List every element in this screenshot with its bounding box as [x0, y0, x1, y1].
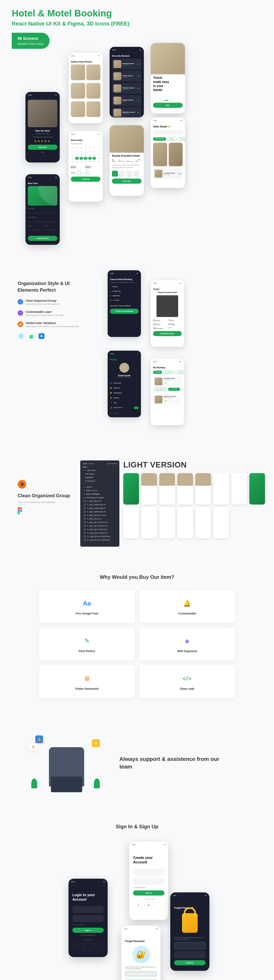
sign-title: Sign In & Sign Up: [17, 824, 257, 830]
phone-forgot-dark: 9:41••• Forgot Password Select which con…: [170, 892, 209, 971]
svg-point-9: [17, 512, 20, 514]
support-text: Always support & assistence from our tea…: [119, 755, 245, 770]
why-card-code: </> Clean code: [139, 665, 235, 698]
phone-hotel-detail: Royale President Hotel 🏨 Hotels🛏 Bedroom…: [109, 125, 144, 196]
phone-booking: 9:41••• My Booking Ongoing Completed Can…: [151, 358, 184, 425]
confirm-cancel-button[interactable]: Confirm Cancellation: [110, 309, 139, 314]
google-button[interactable]: G: [144, 902, 153, 908]
phone-login: 9:41••• Login to your Account ☐ Remember…: [68, 879, 108, 957]
bell-icon: 🔔: [182, 598, 193, 609]
gallery-title: Gallery Hotel Photos: [71, 60, 100, 63]
figma-icon: [17, 507, 22, 514]
svg-point-0: [21, 336, 22, 337]
facebook-button[interactable]: f: [134, 902, 143, 908]
why-card-flutter: 🖥 Flutter framework: [39, 665, 135, 698]
book-now-button[interactable]: Book Now: [112, 178, 141, 184]
phone-forgot-light: 9:41••• Forgot Password 🔐 Select which c…: [121, 926, 160, 980]
org-item-title: Clean Organized Group: [26, 299, 60, 302]
devices-icon: 🖥: [81, 673, 92, 684]
stack-icon: ◈: [182, 635, 193, 646]
phone-home: 9:41••• Hello, Daniel 👋 Recommended Popu…: [151, 118, 185, 188]
screens-badge: 96 Screens Beautiful & Clean Design: [12, 33, 49, 49]
signup-button[interactable]: Sign up: [133, 891, 165, 896]
download-ticket-button[interactable]: Download Ticket: [153, 331, 182, 336]
signin-button[interactable]: Sign in: [73, 928, 104, 933]
badge-title: 96 Screens: [17, 36, 44, 41]
phone-new-card: 9:41••• New Card Card Name Card Number E…: [25, 174, 60, 245]
qr-code: [157, 295, 178, 317]
svg-point-6: [20, 507, 22, 510]
phone-gallery: 9:41••• Gallery Hotel Photos: [68, 53, 103, 123]
android-icon: [28, 332, 35, 340]
phone-calendar: 9:41••• Select Date December 2024 MTWTFS…: [68, 131, 103, 202]
phones-showcase: 9:41••• Gallery Hotel Photos 9:41••• Rec…: [0, 53, 274, 268]
phone-create-account: 9:41••• Create your Account ☐ Remember m…: [129, 842, 168, 920]
why-title: Why Would you Buy Our Item?: [39, 574, 235, 580]
svg-point-7: [17, 510, 20, 512]
code-icon: </>: [182, 673, 193, 684]
next-button[interactable]: Next: [153, 103, 182, 108]
phone-rate: 9:41••• Rate the Hotel Royale President …: [25, 92, 60, 162]
globe-icon: ◉: [17, 321, 23, 327]
org-title: Organization Style & UI Elements Perfect: [17, 280, 84, 293]
phone-ticket: 9:41••• Ticket Royale President Hotel Na…: [151, 280, 184, 347]
add-card-button[interactable]: Add New Card: [28, 236, 57, 241]
main-title: Hotel & Motel Booking: [12, 8, 262, 19]
org-item-desc: Layer & component are well organized.: [26, 302, 60, 305]
phone-profile: 9:41● Profile Daniel Austin daniel_austi…: [108, 351, 141, 417]
svg-point-8: [20, 510, 22, 512]
phone-cancel: 9:41••• Cancel Hotel Booking Please sele…: [108, 270, 141, 337]
phone-recently-booked: 9:41••• Recently Booked President HotelP…: [109, 47, 144, 118]
why-card-font: Aa Free Google Font: [39, 590, 135, 623]
recently-title: Recently Booked: [112, 55, 141, 57]
svg-point-5: [17, 507, 20, 510]
main-subtitle: React Native UI Kit & Figma, 3D Icons (F…: [12, 21, 262, 27]
support-illustration: 🔒 ✉ ⚙: [29, 733, 104, 792]
why-card-organized: ◈ Well Organized: [139, 628, 235, 660]
why-card-pixel: ✎ Pixel Perfect: [39, 628, 135, 660]
figma-layers-panel: LayersAssetsLight Theme ▾ Pages ✓Light T…: [80, 460, 119, 547]
continue-dark-button[interactable]: Continue: [174, 960, 206, 965]
font-icon: Aa: [81, 598, 92, 609]
why-card-customizable: 🔔 Customizable: [139, 590, 235, 623]
apple-button[interactable]: [155, 902, 163, 908]
layers-icon: ⬚: [17, 310, 23, 316]
appstore-icon: [38, 332, 45, 340]
pen-icon: ✎: [81, 635, 92, 646]
light-title: Clean Organized Group: [17, 493, 73, 499]
lock-icon: [182, 913, 198, 933]
light-desc: Layer & Component are well Organized: [17, 501, 73, 504]
react-icon: [17, 332, 25, 340]
continue-button[interactable]: Continue: [71, 177, 100, 182]
light-version-title: LIGHT VERSION: [123, 460, 274, 469]
later-link[interactable]: Later: [28, 151, 57, 153]
phone-travel: Travel made easy in your hands Next: [151, 43, 185, 113]
star-rating[interactable]: ★★★★★: [28, 140, 57, 143]
badge-subtitle: Beautiful & Clean Design: [17, 41, 44, 45]
rate-now-button[interactable]: Rate now: [28, 145, 57, 150]
check-icon: ✓: [17, 299, 23, 305]
graduation-icon: 🎓: [17, 480, 26, 488]
